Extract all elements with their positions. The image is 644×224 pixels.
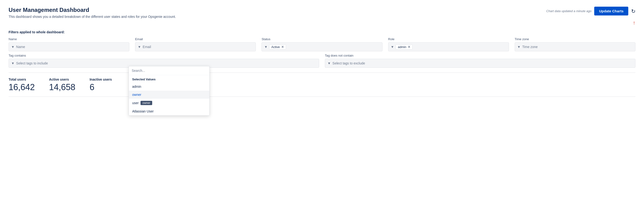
header-right: Chart data updated a minute ago Update C… <box>546 7 636 26</box>
total-users-value: 16,642 <box>8 82 35 92</box>
role-label: Role <box>388 37 509 41</box>
email-label: Email <box>135 37 256 41</box>
filters-grid-row2: Tag contains ▼ Select tags to include Ta… <box>8 54 636 68</box>
tag-contains-label: Tag contains <box>8 54 319 57</box>
stat-total-users: Total users 16,642 <box>8 77 35 92</box>
total-users-label: Total users <box>8 77 35 81</box>
divider <box>8 72 636 73</box>
filter-icon-status: ▼ <box>264 45 268 49</box>
timezone-placeholder: Time zone <box>522 45 538 49</box>
filter-icon-name: ▼ <box>11 45 14 49</box>
dropdown-item-atlassian-user[interactable]: Atlassian User <box>129 107 209 115</box>
active-users-value: 14,658 <box>49 82 75 92</box>
arrow-up-icon: ↑ <box>633 20 636 26</box>
filters-grid-row1: Name ▼ Name Email ▼ Email Status ▼ <box>8 37 636 51</box>
filter-group-email: Email ▼ Email <box>135 37 256 51</box>
filters-section: Filters applied to whole dashboard: Name… <box>8 30 636 68</box>
timezone-label: Time zone <box>515 37 636 41</box>
inactive-users-value: 6 <box>90 82 112 92</box>
dropdown-search-input[interactable] <box>132 69 206 72</box>
email-filter-input[interactable]: ▼ Email <box>135 42 256 51</box>
title-block: User Management Dashboard This dashboard… <box>8 7 176 18</box>
status-active-tag: Active ✕ <box>269 44 286 49</box>
owner-badge: owner <box>140 101 152 105</box>
filter-icon-role: ▼ <box>391 45 394 49</box>
dropdown-item-admin-label: admin <box>132 85 141 88</box>
status-label: Status <box>262 37 382 41</box>
dropdown-search-area <box>129 66 209 75</box>
filter-icon-email: ▼ <box>138 45 141 49</box>
stat-inactive-users: Inactive users 6 <box>90 77 112 92</box>
filter-group-timezone: Time zone ▼ Time zone <box>515 37 636 51</box>
name-placeholder: Name <box>16 45 25 49</box>
role-admin-tag: admin ✕ <box>396 44 412 49</box>
dropdown-item-admin[interactable]: admin <box>129 82 209 91</box>
dropdown-selected-values-label: Selected Values <box>129 75 209 82</box>
name-label: Name <box>8 37 129 41</box>
page-container: User Management Dashboard This dashboard… <box>0 0 644 224</box>
inactive-users-label: Inactive users <box>90 77 112 81</box>
filter-group-role: Role ▼ admin ✕ <box>388 37 509 51</box>
role-tag-remove[interactable]: ✕ <box>408 45 410 49</box>
status-filter-input[interactable]: ▼ Active ✕ <box>262 42 382 51</box>
header-actions: Chart data updated a minute ago Update C… <box>546 7 636 15</box>
refresh-icon[interactable]: ↻ <box>631 8 636 14</box>
name-filter-input[interactable]: ▼ Name <box>8 42 129 51</box>
stats-row: Total users 16,642 Active users 14,658 I… <box>8 77 636 92</box>
header-row: User Management Dashboard This dashboard… <box>8 7 636 26</box>
dropdown-item-atlassian-user-label: Atlassian User <box>132 109 154 113</box>
stat-active-users: Active users 14,658 <box>49 77 75 92</box>
tag-not-contains-filter-input[interactable]: ▼ Select tags to exclude <box>325 59 636 68</box>
bottom-row <box>8 97 636 111</box>
filters-title: Filters applied to whole dashboard: <box>8 30 636 34</box>
filter-group-tag-contains: Tag contains ▼ Select tags to include <box>8 54 319 68</box>
role-filter-input[interactable]: ▼ admin ✕ <box>388 42 509 51</box>
tag-not-contains-label: Tag does not contain <box>325 54 636 57</box>
role-dropdown: Selected Values admin owner user owner A… <box>128 66 210 116</box>
active-users-label: Active users <box>49 77 75 81</box>
tag-contains-placeholder: Select tags to include <box>16 61 48 65</box>
email-placeholder: Email <box>143 45 151 49</box>
chart-updated-text: Chart data updated a minute ago <box>546 9 591 13</box>
dropdown-item-owner-label: owner <box>132 93 141 97</box>
filter-icon-timezone: ▼ <box>517 45 521 49</box>
status-tag-remove[interactable]: ✕ <box>281 45 284 49</box>
filter-group-status: Status ▼ Active ✕ <box>262 37 382 51</box>
filter-group-tag-not-contains: Tag does not contain ▼ Select tags to ex… <box>325 54 636 68</box>
timezone-filter-input[interactable]: ▼ Time zone <box>515 42 636 51</box>
filter-group-name: Name ▼ Name <box>8 37 129 51</box>
page-subtitle: This dashboard shows you a detailed brea… <box>8 15 176 18</box>
filter-icon-tag-not-contains: ▼ <box>328 61 331 65</box>
filter-icon-tag-contains: ▼ <box>11 61 14 65</box>
dropdown-item-owner[interactable]: owner <box>129 91 209 99</box>
update-charts-button[interactable]: Update Charts <box>594 7 628 15</box>
page-title: User Management Dashboard <box>8 7 176 13</box>
dropdown-item-user-label: user <box>132 101 138 105</box>
tag-not-contains-placeholder: Select tags to exclude <box>332 61 365 65</box>
dropdown-item-user[interactable]: user owner <box>129 99 209 107</box>
